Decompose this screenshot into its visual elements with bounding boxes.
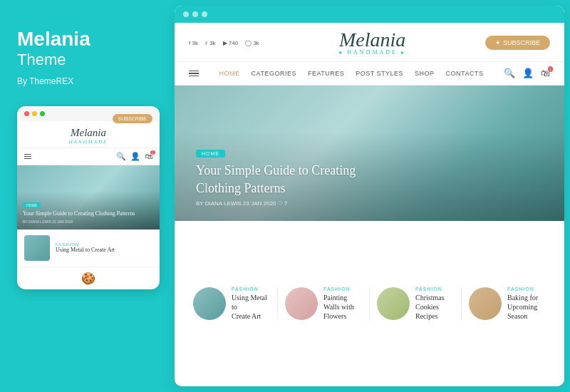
desktop-hero-overlay: HOME Your Simple Guide to CreatingClothi…: [175, 131, 564, 221]
byline: By ThemeREX: [17, 76, 157, 86]
mobile-article-info: FASHION Using Metal to Create Art: [56, 242, 115, 253]
nav-link-contacts[interactable]: CONTACTS: [446, 70, 484, 77]
article-title-1: Using Metal toCreate Art: [232, 293, 270, 321]
left-panel: Melania Theme By ThemeREX SUBSCRIBE Mela…: [0, 0, 175, 392]
mobile-list-item: FASHION Using Metal to Create Art: [17, 229, 160, 267]
nav-link-features[interactable]: FEATURES: [308, 70, 344, 77]
article-cat-4: FASHION: [507, 287, 546, 292]
desktop-mockup: f 3k 𝕣 3k ▶ 740 ◯ 3k Melania ◂ HANDMADE …: [175, 6, 564, 386]
desktop-dots-bar: [175, 6, 564, 23]
article-info-4: FASHION Baking forUpcoming Season: [507, 287, 546, 321]
mobile-logo: Melania HANDMADE: [24, 127, 152, 145]
article-title-4: Baking forUpcoming Season: [507, 293, 546, 321]
social-instagram: ◯ 3k: [245, 40, 259, 46]
desktop-dot-1: [183, 11, 189, 17]
left-title: Melania Theme: [17, 29, 157, 69]
desktop-hero-title: Your Simple Guide to CreatingClothing Pa…: [196, 162, 543, 197]
desktop-nav: HOME CATEGORIES FEATURES POST STYLES SHO…: [175, 62, 564, 86]
nav-link-post-styles[interactable]: POST STYLES: [356, 70, 403, 77]
desktop-dot-2: [192, 11, 198, 17]
article-info-2: FASHION Painting Walls withFlowers: [323, 287, 362, 321]
mobile-nav-icons: 🔍 👤 🛍1: [116, 152, 152, 161]
dot-red: [24, 111, 29, 116]
mobile-subscribe-button[interactable]: SUBSCRIBE: [113, 114, 152, 123]
desktop-hamburger-icon[interactable]: [189, 71, 199, 77]
mobile-user-icon[interactable]: 👤: [130, 152, 140, 161]
mobile-search-icon[interactable]: 🔍: [116, 152, 126, 161]
social-twitter: 𝕣 3k: [205, 40, 216, 46]
mobile-hero-meta: BY DIANA LEWIS 22 JAN 2019: [23, 220, 154, 224]
desktop-social: f 3k 𝕣 3k ▶ 740 ◯ 3k: [189, 40, 259, 46]
article-thumb-4: [469, 287, 502, 320]
article-cat-1: FASHION: [232, 287, 270, 292]
nav-link-home[interactable]: HOME: [219, 70, 240, 77]
mobile-article-thumb: [24, 235, 50, 261]
article-thumb-1: [193, 287, 226, 320]
mobile-handmade: HANDMADE: [24, 139, 152, 145]
desktop-article-3: FASHION Christmas CookiesRecipes: [370, 287, 462, 321]
dot-green: [40, 111, 45, 116]
article-thumb-2: [285, 287, 318, 320]
desktop-logo: Melania ◂ HANDMADE ▸: [338, 30, 406, 56]
desktop-nav-icons: 🔍 👤 🛍1: [504, 68, 550, 79]
mobile-cookie-icon: 🍪: [17, 267, 160, 289]
brand-name: Melania: [17, 29, 157, 51]
desktop-article-1: FASHION Using Metal toCreate Art: [186, 287, 278, 321]
desktop-home-badge: HOME: [196, 150, 225, 158]
mobile-cart-icon[interactable]: 🛍1: [145, 152, 152, 160]
desktop-article-4: FASHION Baking forUpcoming Season: [462, 287, 553, 321]
desktop-cart-icon[interactable]: 🛍1: [541, 68, 550, 79]
desktop-dot-3: [202, 11, 207, 17]
nav-link-shop[interactable]: SHOP: [415, 70, 435, 77]
article-info-3: FASHION Christmas CookiesRecipes: [415, 287, 454, 321]
desktop-handmade: ◂ HANDMADE ▸: [338, 50, 406, 56]
desktop-article-2: FASHION Painting Walls withFlowers: [278, 287, 370, 321]
desktop-nav-links: HOME CATEGORIES FEATURES POST STYLES SHO…: [219, 70, 484, 77]
social-facebook: f 3k: [189, 40, 198, 46]
nav-link-categories[interactable]: CATEGORIES: [252, 70, 296, 77]
desktop-search-icon[interactable]: 🔍: [504, 68, 515, 79]
mobile-home-badge: HOME: [23, 202, 41, 208]
article-cat-2: FASHION: [323, 287, 362, 292]
theme-label: Theme: [17, 51, 157, 69]
mobile-hero-title: Your Simple Guide to Creating Clothing P…: [23, 210, 154, 217]
article-info-1: FASHION Using Metal toCreate Art: [232, 287, 270, 321]
article-title-3: Christmas CookiesRecipes: [415, 293, 454, 321]
dot-yellow: [32, 111, 37, 116]
mobile-hero: HOME Your Simple Guide to Creating Cloth…: [17, 165, 160, 229]
desktop-hero: HOME Your Simple Guide to CreatingClothi…: [175, 86, 564, 221]
mobile-header: SUBSCRIBE Melania HANDMADE: [17, 121, 160, 148]
desktop-header: f 3k 𝕣 3k ▶ 740 ◯ 3k Melania ◂ HANDMADE …: [175, 23, 564, 62]
desktop-articles: FASHION Using Metal toCreate Art FASHION…: [175, 221, 564, 386]
article-cat-3: FASHION: [415, 287, 454, 292]
mobile-hero-overlay: HOME Your Simple Guide to Creating Cloth…: [17, 191, 160, 229]
social-youtube: ▶ 740: [223, 40, 239, 46]
mobile-hamburger-icon[interactable]: [24, 154, 31, 160]
desktop-user-icon[interactable]: 👤: [522, 68, 534, 79]
mobile-article-title: Using Metal to Create Art: [56, 247, 115, 253]
mobile-mockup: SUBSCRIBE Melania HANDMADE 🔍 👤 🛍1 HOME Y…: [17, 106, 160, 289]
mobile-nav: 🔍 👤 🛍1: [17, 148, 160, 165]
desktop-subscribe-button[interactable]: ✦ SUBSCRIBE: [485, 36, 550, 50]
article-thumb-3: [377, 287, 410, 320]
desktop-hero-meta: BY DIANA LEWIS 23 JAN 2020 ♡ 7: [196, 200, 543, 207]
article-title-2: Painting Walls withFlowers: [323, 293, 362, 321]
